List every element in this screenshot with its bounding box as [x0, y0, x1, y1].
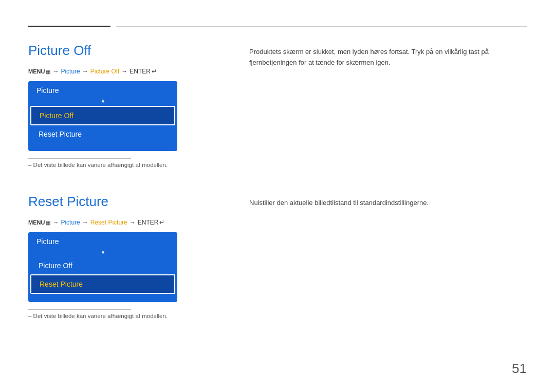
widget-header-1: Picture	[28, 81, 177, 97]
menu-item-picture-off-2[interactable]: Picture Off	[28, 257, 177, 274]
description-reset-picture: Nulstiller den aktuelle billedtilstand t…	[249, 198, 527, 209]
widget-header-2: Picture	[28, 232, 177, 248]
note-text-2: – Det viste billede kan variere afhængig…	[28, 313, 229, 319]
menu-label: MENU	[28, 68, 45, 74]
enter-label-1: ENTER	[130, 68, 151, 75]
menu-widget-picture-off: Picture ∧ Picture Off Reset Picture	[28, 81, 177, 151]
arrow-6: →	[130, 219, 136, 226]
top-dividers	[28, 26, 527, 27]
section-right-reset-picture: Nulstiller den aktuelle billedtilstand t…	[249, 194, 527, 319]
section-left-reset-picture: Reset Picture MENU ▦ → Picture → Reset P…	[28, 194, 229, 319]
reset-picture-link: Reset Picture	[90, 219, 127, 226]
menu-item-picture-off-selected[interactable]: Picture Off	[30, 106, 175, 125]
menu-squares-icon-2: ▦	[46, 220, 50, 226]
enter-icon-1: ↵	[152, 68, 157, 75]
menu-item-reset-picture-selected[interactable]: Reset Picture	[30, 274, 175, 294]
section-divider-2	[28, 309, 131, 310]
menu-squares-icon: ▦	[46, 69, 50, 74]
picture-off-link: Picture Off	[90, 68, 119, 75]
page-container: Picture Off MENU ▦ → Picture → Picture O…	[0, 0, 555, 370]
enter-icon-2: ↵	[159, 219, 164, 226]
note-text-1: – Det viste billede kan variere afhængig…	[28, 162, 229, 168]
arrow-5: →	[82, 219, 88, 226]
picture-link-2: Picture	[61, 219, 80, 226]
section-left-picture-off: Picture Off MENU ▦ → Picture → Picture O…	[28, 43, 229, 168]
picture-link-1: Picture	[61, 68, 80, 75]
menu-label-2: MENU	[28, 219, 45, 226]
arrow-2: →	[82, 68, 88, 75]
widget-bottom-1	[28, 143, 177, 151]
menu-item-reset-picture-1[interactable]: Reset Picture	[28, 125, 177, 143]
menu-path-reset-picture: MENU ▦ → Picture → Reset Picture → ENTER…	[28, 219, 229, 226]
divider-thick	[28, 26, 110, 27]
section-title-picture-off: Picture Off	[28, 43, 229, 59]
arrow-1: →	[52, 68, 59, 75]
widget-bottom-2	[28, 294, 177, 302]
section-divider-1	[28, 158, 131, 159]
description-picture-off: Produktets skærm er slukket, men lyden h…	[249, 47, 527, 68]
enter-label-2: ENTER	[138, 219, 159, 226]
section-reset-picture: Reset Picture MENU ▦ → Picture → Reset P…	[28, 194, 527, 319]
divider-thin	[116, 26, 527, 27]
widget-arrow-up-1: ∧	[28, 97, 177, 106]
arrow-4: →	[52, 219, 59, 226]
section-right-picture-off: Produktets skærm er slukket, men lyden h…	[249, 43, 527, 168]
section-picture-off: Picture Off MENU ▦ → Picture → Picture O…	[28, 43, 527, 168]
arrow-3: →	[121, 68, 127, 75]
menu-path-picture-off: MENU ▦ → Picture → Picture Off → ENTER ↵	[28, 68, 229, 75]
menu-widget-reset-picture: Picture ∧ Picture Off Reset Picture	[28, 232, 177, 302]
page-number: 51	[512, 361, 527, 377]
widget-arrow-up-2: ∧	[28, 248, 177, 257]
section-title-reset-picture: Reset Picture	[28, 194, 229, 210]
